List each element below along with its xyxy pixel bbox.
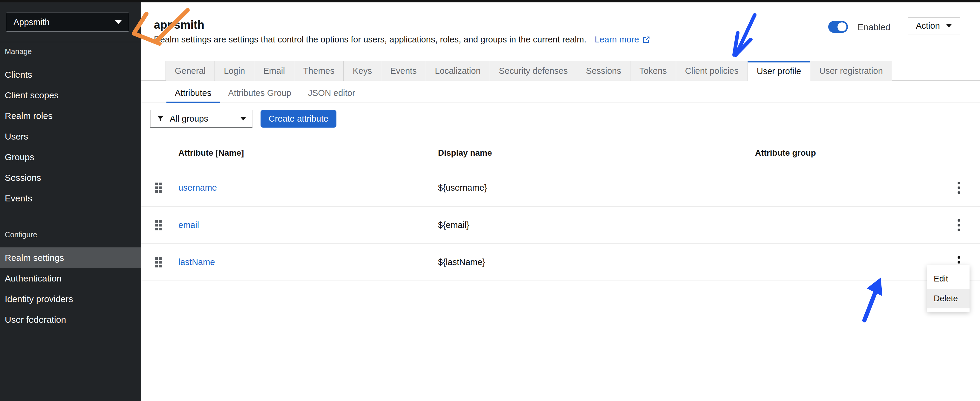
external-link-icon xyxy=(642,35,651,44)
sidebar-item-events[interactable]: Events xyxy=(0,188,141,208)
sidebar-item-sessions[interactable]: Sessions xyxy=(0,167,141,188)
display-name-cell: ${username} xyxy=(438,183,755,193)
menu-item-delete[interactable]: Delete xyxy=(927,289,970,309)
sidebar-item-client-scopes[interactable]: Client scopes xyxy=(0,85,141,105)
caret-down-icon xyxy=(240,117,246,121)
drag-handle-icon[interactable] xyxy=(155,220,178,231)
display-name-cell: ${email} xyxy=(438,220,755,230)
page-title: appsmith xyxy=(154,19,204,31)
attribute-link[interactable]: username xyxy=(178,183,217,193)
sidebar-item-identity-providers[interactable]: Identity providers xyxy=(0,289,141,309)
column-header-attribute-group: Attribute group xyxy=(755,148,938,158)
subtab-attributes-group[interactable]: Attributes Group xyxy=(220,83,300,103)
column-header-attribute-name: Attribute [Name] xyxy=(178,148,438,158)
nav-section-configure: Configure xyxy=(0,225,141,244)
tab-security-defenses[interactable]: Security defenses xyxy=(490,61,577,81)
subtab-json-editor[interactable]: JSON editor xyxy=(300,83,364,103)
realm-selector-value: Appsmith xyxy=(13,18,49,27)
group-filter-dropdown[interactable]: All groups xyxy=(150,110,253,127)
subtab-attributes[interactable]: Attributes xyxy=(166,83,220,103)
tab-client-policies[interactable]: Client policies xyxy=(676,61,748,81)
menu-item-edit[interactable]: Edit xyxy=(927,269,970,289)
drag-handle-icon[interactable] xyxy=(155,257,178,267)
drag-handle-icon[interactable] xyxy=(155,183,178,193)
sidebar-nav: Manage Clients Client scopes Realm roles… xyxy=(0,42,141,330)
table-row-lastname: lastName ${lastName} xyxy=(141,243,980,281)
row-actions-menu: Edit Delete xyxy=(927,265,970,312)
sidebar-item-realm-roles[interactable]: Realm roles xyxy=(0,105,141,126)
sidebar-item-authentication[interactable]: Authentication xyxy=(0,268,141,289)
user-profile-subtabs: Attributes Attributes Group JSON editor xyxy=(141,83,980,103)
caret-down-icon xyxy=(115,20,122,24)
sidebar-item-user-federation[interactable]: User federation xyxy=(0,309,141,330)
tab-user-registration[interactable]: User registration xyxy=(810,61,892,81)
caret-down-icon xyxy=(946,24,952,27)
funnel-icon xyxy=(157,115,164,123)
kebab-icon[interactable] xyxy=(955,216,963,234)
tab-themes[interactable]: Themes xyxy=(294,61,344,81)
column-header-display-name: Display name xyxy=(438,148,755,158)
tab-keys[interactable]: Keys xyxy=(343,61,381,81)
realm-selector[interactable]: Appsmith xyxy=(6,13,129,32)
tab-general[interactable]: General xyxy=(165,61,215,81)
tab-email[interactable]: Email xyxy=(254,61,294,81)
display-name-cell: ${lastName} xyxy=(438,257,755,267)
sidebar-item-realm-settings[interactable]: Realm settings xyxy=(0,247,141,268)
tab-sessions[interactable]: Sessions xyxy=(577,61,630,81)
tab-user-profile[interactable]: User profile xyxy=(748,61,810,81)
keycloak-admin-console: Appsmith Manage Clients Client scopes Re… xyxy=(0,0,980,401)
page-description-row: Realm settings are settings that control… xyxy=(154,35,651,45)
attribute-link[interactable]: email xyxy=(178,220,199,230)
tab-login[interactable]: Login xyxy=(215,61,254,81)
sidebar-item-groups[interactable]: Groups xyxy=(0,147,141,167)
create-attribute-button[interactable]: Create attribute xyxy=(261,110,336,127)
tab-tokens[interactable]: Tokens xyxy=(630,61,676,81)
table-row-username: username ${username} xyxy=(141,169,980,206)
enabled-toggle[interactable] xyxy=(828,21,848,33)
top-bar xyxy=(0,0,980,2)
attribute-link[interactable]: lastName xyxy=(178,257,215,267)
kebab-icon[interactable] xyxy=(955,179,963,197)
nav-section-manage: Manage xyxy=(0,42,141,60)
realm-settings-tabs: General Login Email Themes Keys Events L… xyxy=(141,61,980,81)
page-description: Realm settings are settings that control… xyxy=(154,35,587,45)
tab-events[interactable]: Events xyxy=(381,61,426,81)
tab-localization[interactable]: Localization xyxy=(426,61,490,81)
action-dropdown[interactable]: Action xyxy=(908,18,960,34)
toggle-knob xyxy=(837,22,846,31)
group-filter-value: All groups xyxy=(170,114,208,124)
enabled-label: Enabled xyxy=(858,22,890,32)
attributes-table: Attribute [Name] Display name Attribute … xyxy=(141,137,980,281)
table-row-email: email ${email} xyxy=(141,206,980,243)
sidebar: Appsmith Manage Clients Client scopes Re… xyxy=(0,0,141,401)
learn-more-link[interactable]: Learn more xyxy=(595,35,651,45)
sidebar-item-users[interactable]: Users xyxy=(0,126,141,147)
sidebar-item-clients[interactable]: Clients xyxy=(0,64,141,85)
main-content: appsmith Realm settings are settings tha… xyxy=(141,0,980,401)
table-header-row: Attribute [Name] Display name Attribute … xyxy=(141,137,980,169)
